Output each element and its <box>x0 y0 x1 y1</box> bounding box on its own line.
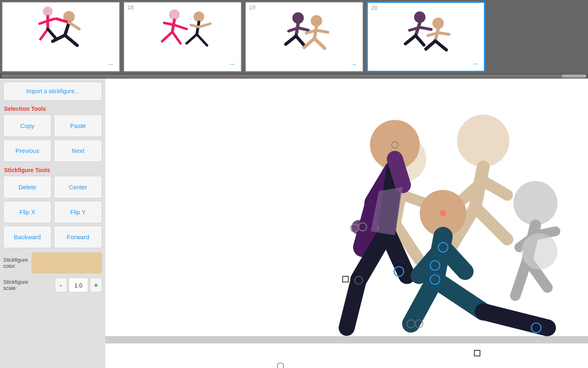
svg-line-8 <box>40 29 48 39</box>
frame-canvas <box>368 3 484 60</box>
frame-arrow: → <box>350 59 358 69</box>
svg-line-71 <box>395 159 403 185</box>
color-label: Stickfigurecolor: <box>3 257 28 269</box>
svg-line-26 <box>286 36 296 44</box>
frame-canvas <box>246 2 363 60</box>
svg-line-17 <box>174 25 187 29</box>
svg-line-53 <box>483 181 507 195</box>
svg-line-44 <box>426 41 435 49</box>
svg-point-6 <box>43 7 53 16</box>
frame-number: 20 <box>371 4 378 11</box>
svg-point-98 <box>277 363 284 368</box>
frame-arrow: → <box>228 59 236 69</box>
scale-label: Stickfigurescale: <box>3 279 53 291</box>
color-row: Stickfigurecolor: <box>3 252 102 274</box>
main-area: Import a stickfigure... Selection Tools … <box>0 79 588 368</box>
svg-point-60 <box>521 233 558 270</box>
main-canvas-svg <box>105 79 588 368</box>
svg-line-84 <box>435 280 483 312</box>
center-button[interactable]: Center <box>54 176 102 198</box>
scale-plus-button[interactable]: + <box>90 278 102 292</box>
svg-line-31 <box>314 27 316 38</box>
svg-line-20 <box>187 34 197 43</box>
svg-line-15 <box>172 32 180 43</box>
svg-line-21 <box>197 34 207 45</box>
svg-line-23 <box>199 24 210 27</box>
svg-point-42 <box>432 18 444 29</box>
frame-canvas <box>2 2 119 60</box>
svg-line-19 <box>197 22 199 34</box>
svg-line-76 <box>347 280 359 328</box>
svg-line-39 <box>416 36 424 45</box>
svg-line-66 <box>403 195 425 203</box>
svg-line-9 <box>48 29 56 38</box>
svg-line-41 <box>420 27 431 29</box>
flip-row: Flip X Flip Y <box>3 201 102 223</box>
svg-point-12 <box>169 9 180 20</box>
flip-x-button[interactable]: Flip X <box>3 201 51 223</box>
svg-line-45 <box>435 41 446 50</box>
svg-line-43 <box>435 29 438 41</box>
svg-line-38 <box>405 36 416 44</box>
svg-line-85 <box>483 312 547 328</box>
frame-number: 18 <box>127 4 134 11</box>
canvas-area[interactable] <box>105 79 588 368</box>
color-swatch[interactable] <box>31 252 102 274</box>
svg-point-54 <box>513 181 557 225</box>
delete-button[interactable]: Delete <box>3 176 51 198</box>
scroll-thumb[interactable] <box>562 74 586 78</box>
svg-point-48 <box>457 115 509 167</box>
frame-canvas <box>124 2 241 60</box>
svg-point-18 <box>194 11 204 22</box>
svg-point-24 <box>292 12 304 24</box>
scale-minus-button[interactable]: - <box>55 278 67 292</box>
svg-line-3 <box>65 35 77 45</box>
svg-line-33 <box>314 38 325 48</box>
copy-paste-row: Copy Paste <box>3 114 102 137</box>
stickfigure-tools-label: Stickfigure Tools <box>3 167 102 173</box>
frame-arrow: → <box>471 59 479 68</box>
svg-rect-91 <box>474 350 480 356</box>
svg-line-51 <box>475 207 508 240</box>
svg-point-88 <box>440 210 446 217</box>
backward-forward-row: Backward Forward <box>3 226 102 248</box>
forward-button[interactable]: Forward <box>54 226 102 248</box>
svg-line-32 <box>304 38 314 47</box>
backward-button[interactable]: Backward <box>3 226 51 248</box>
import-stickfigure-button[interactable]: Import a stickfigure... <box>3 82 102 101</box>
frame-arrow: → <box>106 59 114 69</box>
frame-cell[interactable]: → <box>2 2 120 72</box>
svg-point-30 <box>311 15 322 27</box>
svg-rect-78 <box>343 276 348 282</box>
left-panel: Import a stickfigure... Selection Tools … <box>0 79 105 368</box>
filmstrip-scrollbar[interactable] <box>0 74 588 79</box>
scale-row: Stickfigurescale: - 1.0 + <box>3 278 102 292</box>
delete-center-row: Delete Center <box>3 176 102 198</box>
svg-line-35 <box>316 30 328 32</box>
frame-cell[interactable]: 18 → <box>123 2 242 72</box>
frame-cell-active[interactable]: 20 → <box>367 2 485 72</box>
svg-line-47 <box>438 33 449 34</box>
svg-line-14 <box>162 32 172 41</box>
paste-button[interactable]: Paste <box>54 114 102 137</box>
prev-next-row: Previous Next <box>3 139 102 162</box>
selection-tools-label: Selection Tools <box>3 105 102 112</box>
frame-cell[interactable]: 19 → <box>245 2 363 72</box>
previous-button[interactable]: Previous <box>3 139 51 162</box>
flip-y-button[interactable]: Flip Y <box>54 201 102 223</box>
frame-number: 19 <box>249 4 256 11</box>
scroll-track <box>2 74 586 78</box>
svg-line-5 <box>69 22 79 29</box>
svg-line-1 <box>65 22 69 35</box>
filmstrip: → 18 → 19 <box>0 0 588 74</box>
svg-line-29 <box>298 28 308 30</box>
svg-line-27 <box>296 36 304 45</box>
scale-value: 1.0 <box>69 278 88 292</box>
copy-button[interactable]: Copy <box>3 114 51 137</box>
svg-point-36 <box>414 11 425 23</box>
next-button[interactable]: Next <box>54 139 102 162</box>
